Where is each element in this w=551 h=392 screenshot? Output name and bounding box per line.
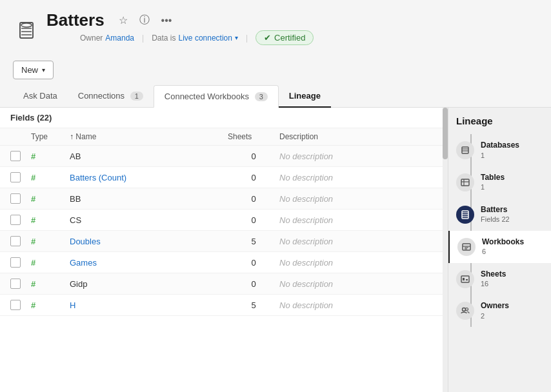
sheets-icon [456,270,474,288]
field-name-gidp: Gidp [70,279,228,289]
owner-value[interactable]: Amanda [105,34,134,43]
tables-text: Tables 1 [481,173,505,192]
databases-count: 1 [481,151,519,160]
lineage-item-workbooks[interactable]: Workbooks 6 [448,231,551,263]
table-row: # Games 0 No description [0,252,448,273]
connections-count: 1 [130,92,143,101]
svg-rect-21 [466,279,468,280]
svg-rect-8 [461,179,469,186]
type-icon: # [31,300,70,310]
page-title: Batters [46,10,105,30]
tab-connected-workbooks[interactable]: Connected Workbooks 3 [154,85,279,108]
description-doubles: No description [279,237,437,246]
table-row: # H 5 No description [0,295,448,316]
scrollbar-track[interactable] [443,108,448,392]
chevron-down-icon: ▾ [42,66,45,74]
certified-label: Certified [274,33,305,43]
lineage-item-databases[interactable]: Databases 1 [448,134,551,166]
owners-text: Owners 2 [481,301,509,320]
sheets-count-cs: 0 [228,215,279,225]
type-icon: # [31,194,70,204]
field-name-batters-count[interactable]: Batters (Count) [70,173,228,182]
row-checkbox-gidp[interactable] [10,279,21,289]
field-name-bb: BB [70,194,228,204]
row-checkbox-batters-count[interactable] [10,172,21,182]
header-meta: Owner Amanda | Data is Live connection ▾… [46,30,538,50]
batters-label: Batters [481,205,510,215]
field-name-h[interactable]: H [70,300,228,310]
new-button[interactable]: New ▾ [13,61,54,79]
batters-count: Fields 22 [481,215,510,224]
tabs-bar: Ask Data Connections 1 Connected Workboo… [0,84,551,108]
checkbox-col-header [10,132,31,141]
sheets-col-header: Sheets [228,132,279,141]
lineage-panel-title: Lineage [448,115,551,134]
certified-badge: ✔ Certified [255,30,314,45]
table-row: # Doubles 5 No description [0,231,448,252]
toolbar: New ▾ [0,55,551,84]
lineage-item-owners[interactable]: Owners 2 [448,295,551,327]
sheets-count-games: 0 [228,258,279,268]
name-col-header[interactable]: ↑ Name [70,132,228,141]
workbooks-count: 3 [255,92,268,101]
workbooks-text: Workbooks 6 [482,237,524,257]
type-icon: # [31,258,70,268]
svg-rect-0 [20,23,33,38]
row-checkbox-doubles[interactable] [10,236,21,246]
field-name-cs: CS [70,215,228,225]
fields-count-header: Fields (22) [0,108,448,128]
lineage-item-tables[interactable]: Tables 1 [448,166,551,199]
row-checkbox-games[interactable] [10,257,21,268]
workbooks-label: Workbooks [482,237,524,248]
connection-value: Live connection [179,34,232,43]
more-button[interactable]: ••• [159,12,175,29]
owners-count: 2 [481,311,509,320]
description-games: No description [279,258,437,268]
meta-separator-2: | [246,34,248,43]
row-checkbox-h[interactable] [10,300,21,310]
type-icon: # [31,215,70,225]
field-name-ab: AB [70,152,228,161]
star-button[interactable]: ☆ [116,12,130,29]
tables-count: 1 [481,182,505,191]
tab-lineage[interactable]: Lineage [279,84,331,107]
owners-label: Owners [481,301,509,311]
field-name-games[interactable]: Games [70,258,228,268]
batters-icon [456,206,474,224]
connection-dropdown[interactable]: Live connection ▾ [179,34,238,43]
tables-label: Tables [481,173,505,183]
sheets-count-bb: 0 [228,194,279,204]
sheets-count-ab: 0 [228,152,279,161]
table-row: # AB 0 No description [0,146,448,167]
field-name-doubles[interactable]: Doubles [70,237,228,246]
svg-point-1 [21,23,32,27]
row-checkbox-bb[interactable] [10,193,21,204]
row-checkbox-ab[interactable] [10,151,21,161]
description-col-header: Description [279,132,437,141]
scrollbar-thumb[interactable] [443,108,448,159]
owner-label: Owner [80,34,103,43]
table-row: # Batters (Count) 0 No description [0,167,448,188]
lineage-item-batters[interactable]: Batters Fields 22 [448,199,551,231]
description-ab: No description [279,152,437,161]
sheets-count-doubles: 5 [228,237,279,246]
info-button[interactable]: ⓘ [137,11,152,30]
tab-connections[interactable]: Connections 1 [68,84,154,107]
svg-rect-5 [462,147,468,153]
table-row: # Gidp 0 No description [0,273,448,295]
type-icon: # [31,173,70,182]
new-button-label: New [21,65,38,75]
table-row: # BB 0 No description [0,188,448,210]
batters-text: Batters Fields 22 [481,205,510,224]
main-content: Fields (22) Type ↑ Name Sheets Descripti… [0,108,551,392]
lineage-item-sheets[interactable]: Sheets 16 [448,263,551,295]
sheets-count-gidp: 0 [228,279,279,289]
description-batters-count: No description [279,173,437,182]
svg-rect-20 [463,278,465,280]
workbooks-count: 6 [482,247,524,256]
description-h: No description [279,300,437,310]
row-checkbox-cs[interactable] [10,215,21,225]
tab-ask-data[interactable]: Ask Data [13,84,68,107]
table-header: Type ↑ Name Sheets Description [0,128,448,146]
description-cs: No description [279,215,437,225]
